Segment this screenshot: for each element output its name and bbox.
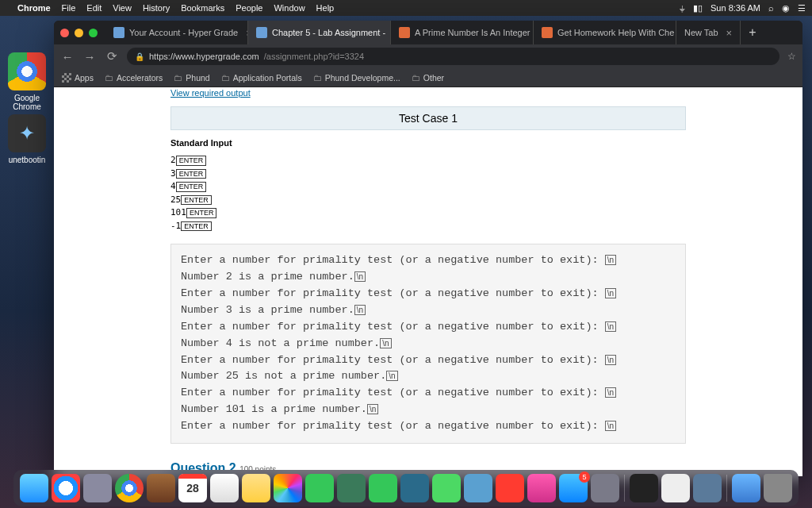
newline-icon: \n xyxy=(380,338,391,348)
dock-appstore[interactable]: 5 xyxy=(559,474,588,502)
notification-center-icon[interactable]: ☰ xyxy=(798,3,806,13)
output-line: Enter a number for primality test (or a … xyxy=(181,418,676,435)
favicon-icon xyxy=(256,27,267,38)
chrome-icon xyxy=(8,52,46,90)
dock-preview[interactable] xyxy=(464,474,492,502)
dock-facetime[interactable] xyxy=(369,474,397,502)
forward-button[interactable]: → xyxy=(82,50,97,64)
desktop-icon-unetbootin[interactable]: ✦ unetbootin xyxy=(3,114,51,164)
url-path: /assignment.php?id=3324 xyxy=(264,52,364,61)
dock-utility[interactable] xyxy=(693,474,722,502)
dock-downloads[interactable] xyxy=(732,474,760,502)
apps-grid-icon xyxy=(62,73,71,83)
bm-phund[interactable]: 🗀Phund xyxy=(174,73,209,83)
dock-trash[interactable] xyxy=(764,474,792,502)
menu-help[interactable]: Help xyxy=(316,3,335,13)
spotlight-icon[interactable]: ⌕ xyxy=(768,3,774,13)
new-tab-button[interactable]: + xyxy=(741,21,764,44)
dock-maps[interactable] xyxy=(337,474,366,502)
menu-view[interactable]: View xyxy=(113,3,132,13)
desktop-icon-chrome[interactable]: Google Chrome xyxy=(3,52,51,111)
badge: 5 xyxy=(579,471,590,483)
bm-phund-dev[interactable]: 🗀Phund Developme... xyxy=(313,73,400,83)
dock-finder[interactable] xyxy=(20,474,48,502)
newline-icon: \n xyxy=(605,255,616,265)
dock-messages[interactable] xyxy=(305,474,334,502)
menu-people[interactable]: People xyxy=(236,3,262,13)
dock-reminders[interactable] xyxy=(210,474,239,502)
tab-prime-number[interactable]: A Prime Number Is An Integer × xyxy=(391,21,534,44)
dock-terminal[interactable] xyxy=(630,474,658,502)
dock-photos[interactable] xyxy=(274,474,302,502)
menu-edit[interactable]: Edit xyxy=(86,3,102,13)
folder-icon: 🗀 xyxy=(174,73,182,83)
menubar-app[interactable]: Chrome xyxy=(17,3,51,13)
dock-numbers[interactable] xyxy=(432,474,461,502)
tab-label: A Prime Number Is An Integer xyxy=(415,28,530,37)
dock-safari[interactable] xyxy=(52,474,80,502)
bm-label: Apps xyxy=(75,73,94,83)
lock-icon: 🔒 xyxy=(135,52,144,61)
bm-accelerators[interactable]: 🗀Accelerators xyxy=(105,73,163,83)
newline-icon: \n xyxy=(605,288,616,298)
dock-notes[interactable] xyxy=(242,474,270,502)
clock[interactable]: Sun 8:36 AM xyxy=(710,3,760,13)
window-maximize-button[interactable] xyxy=(89,29,98,37)
bm-label: Phund Developme... xyxy=(325,73,400,83)
menu-window[interactable]: Window xyxy=(274,3,304,13)
window-minimize-button[interactable] xyxy=(75,29,83,37)
stdin-line: 25ENTER xyxy=(170,194,686,207)
bm-application-portals[interactable]: 🗀Application Portals xyxy=(221,73,302,83)
menu-bookmarks[interactable]: Bookmarks xyxy=(181,3,224,13)
enter-key-icon: ENTER xyxy=(176,169,207,179)
view-required-output-link[interactable]: View required output xyxy=(170,88,251,98)
tab-homework-help[interactable]: Get Homework Help With Che × xyxy=(534,21,676,44)
desktop: Google Chrome ✦ unetbootin Your Account … xyxy=(0,16,812,508)
favicon-icon xyxy=(113,27,124,38)
window-titlebar[interactable]: Your Account - Hyper Grade × Chapter 5 -… xyxy=(54,21,802,44)
menu-file[interactable]: File xyxy=(62,3,76,13)
bm-label: Phund xyxy=(186,73,209,83)
reload-button[interactable]: ⟳ xyxy=(105,49,119,64)
enter-key-icon: ENTER xyxy=(176,156,207,166)
traffic-lights xyxy=(60,29,98,37)
wifi-icon[interactable]: ⏚ xyxy=(680,3,685,13)
calendar-day: 28 xyxy=(186,482,199,495)
newline-icon: \n xyxy=(605,421,616,431)
back-button[interactable]: ← xyxy=(60,50,75,64)
dock-music[interactable] xyxy=(527,474,556,502)
tab-label: Chapter 5 - Lab Assignment - xyxy=(272,28,385,37)
url-host: https://www.hypergrade.com xyxy=(149,52,259,61)
dock-launchpad[interactable] xyxy=(83,474,112,502)
output-line: Number 25 is not a prime number.\n xyxy=(181,368,676,385)
page-viewport[interactable]: View required output Test Case 1 Standar… xyxy=(54,87,802,476)
dock-settings[interactable] xyxy=(591,474,619,502)
tab-new-tab[interactable]: New Tab × xyxy=(676,21,741,44)
folder-icon: 🗀 xyxy=(221,73,230,83)
stdin-line: 4ENTER xyxy=(170,180,686,194)
window-close-button[interactable] xyxy=(60,29,69,37)
dock-calendar[interactable]: 28 xyxy=(178,474,207,502)
tab-label: New Tab xyxy=(684,28,718,37)
dock-chrome[interactable] xyxy=(115,474,144,502)
tab-lab-assignment[interactable]: Chapter 5 - Lab Assignment - × xyxy=(248,21,391,44)
menu-history[interactable]: History xyxy=(143,3,170,13)
address-bar[interactable]: 🔒 https://www.hypergrade.com/assignment.… xyxy=(127,48,779,65)
siri-icon[interactable]: ◉ xyxy=(782,3,790,13)
expected-output-box: Enter a number for primality test (or a … xyxy=(170,244,686,444)
enter-key-icon: ENTER xyxy=(181,195,212,206)
battery-icon[interactable]: ▮▯ xyxy=(693,3,703,13)
dock: 28 5 xyxy=(13,470,799,506)
tab-your-account[interactable]: Your Account - Hyper Grade × xyxy=(105,21,248,44)
bm-apps[interactable]: Apps xyxy=(62,73,94,83)
dock-stocks[interactable] xyxy=(400,474,429,502)
bookmark-star-icon[interactable]: ☆ xyxy=(787,51,796,62)
tab-close-icon[interactable]: × xyxy=(726,27,733,39)
dock-contacts[interactable] xyxy=(147,474,175,502)
dock-textedit[interactable] xyxy=(661,474,690,502)
assignment-content: View required output Test Case 1 Standar… xyxy=(155,87,702,476)
newline-icon: \n xyxy=(605,387,616,398)
bm-other[interactable]: 🗀Other xyxy=(412,73,444,83)
dock-blocked[interactable] xyxy=(496,474,524,502)
desktop-icon-label: Google Chrome xyxy=(3,94,51,111)
